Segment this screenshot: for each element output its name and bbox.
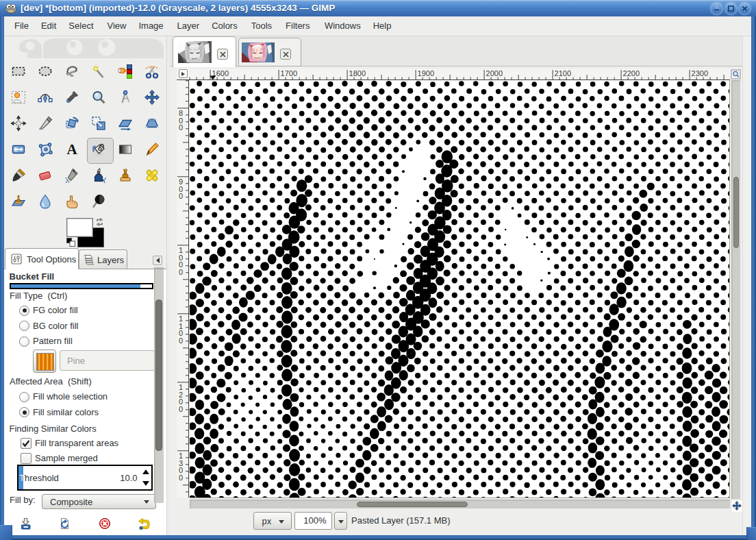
- menu-select[interactable]: Select: [62, 16, 99, 36]
- tab-layers[interactable]: Layers: [79, 249, 127, 269]
- tool-options-scrollbar-thumb[interactable]: [155, 299, 162, 451]
- tool-rectangle-select[interactable]: [8, 61, 29, 82]
- tool-shear[interactable]: [115, 113, 136, 134]
- tool-cage-transform[interactable]: [35, 139, 55, 160]
- delete-options-button[interactable]: [99, 517, 111, 530]
- tool-perspective[interactable]: [142, 113, 162, 134]
- tool-text[interactable]: A: [62, 139, 82, 160]
- radio-label-pattern-fill: Pattern fill: [33, 336, 73, 346]
- tool-pencil[interactable]: [142, 139, 162, 160]
- tool-airbrush[interactable]: [62, 165, 82, 186]
- radio-bg-color-fill[interactable]: [19, 321, 29, 331]
- unit-combo[interactable]: px: [253, 512, 292, 530]
- svg-text:0: 0: [179, 192, 183, 200]
- swap-colors-icon[interactable]: [95, 218, 104, 226]
- tool-paths[interactable]: [35, 87, 55, 108]
- tool-zoom[interactable]: [88, 87, 109, 108]
- title-bar[interactable]: [dev] *[bottom] (imported)-12.0 (Graysca…: [0, 0, 756, 16]
- save-options-button[interactable]: [20, 517, 32, 530]
- tool-ellipse-select[interactable]: [35, 61, 55, 82]
- tool-scale[interactable]: [88, 113, 109, 134]
- menu-view[interactable]: View: [101, 16, 133, 36]
- checkbox-label-sample-merged: Sample merged: [35, 453, 98, 463]
- checkbox-fill-transparent-areas[interactable]: [21, 438, 32, 449]
- vertical-scrollbar[interactable]: [731, 80, 740, 499]
- image-canvas[interactable]: [190, 80, 730, 498]
- zoom-combo-button[interactable]: [334, 512, 348, 530]
- menu-image[interactable]: Image: [132, 16, 169, 36]
- svg-text:1800: 1800: [349, 69, 366, 77]
- checkbox-sample-merged[interactable]: [21, 453, 32, 464]
- tool-perspective-clone[interactable]: [8, 191, 29, 212]
- radio-pattern-fill[interactable]: [19, 336, 29, 347]
- tool-bucket-fill[interactable]: [88, 139, 109, 160]
- horizontal-ruler[interactable]: 16001700180019002000210022002300: [189, 69, 730, 80]
- maximize-button[interactable]: [726, 3, 736, 14]
- menu-colors[interactable]: Colors: [205, 16, 244, 36]
- image-tab-2-close-button[interactable]: [280, 49, 291, 60]
- window-resize-grip-right[interactable]: [746, 527, 756, 540]
- image-tab-2[interactable]: [238, 38, 301, 66]
- vertical-ruler[interactable]: 8009001000110012001300: [177, 80, 189, 498]
- menu-filters[interactable]: Filters: [279, 16, 316, 36]
- tool-clone[interactable]: [115, 165, 136, 186]
- tool-gradient[interactable]: [115, 139, 136, 160]
- close-button[interactable]: [740, 3, 750, 14]
- tool-smudge[interactable]: [62, 191, 82, 212]
- vertical-scrollbar-thumb[interactable]: [733, 177, 739, 248]
- radio-fill-similar-colors[interactable]: [19, 407, 29, 417]
- menu-help[interactable]: Help: [367, 16, 398, 36]
- zoom-follow-window-button[interactable]: [731, 69, 741, 79]
- minimize-button[interactable]: [711, 3, 722, 14]
- tab-tool-options[interactable]: Tool Options: [5, 248, 79, 269]
- fill-by-value: Composite: [50, 497, 92, 507]
- zoom-entry[interactable]: 100%: [294, 512, 332, 530]
- threshold-spinscale[interactable]: Threshold Threshold 10.0: [17, 465, 153, 491]
- reset-colors-icon[interactable]: [66, 238, 75, 247]
- menu-windows[interactable]: Windows: [318, 16, 367, 36]
- menu-layer[interactable]: Layer: [171, 16, 206, 36]
- tool-scissors-select[interactable]: [142, 61, 162, 82]
- tool-fuzzy-select[interactable]: [88, 61, 109, 82]
- pattern-swatch-button[interactable]: [33, 349, 56, 373]
- tool-rotate[interactable]: [62, 113, 82, 134]
- tool-move[interactable]: [142, 87, 162, 108]
- opacity-slider[interactable]: [10, 283, 153, 290]
- tool-ink[interactable]: [88, 165, 109, 186]
- tool-eraser[interactable]: [35, 165, 55, 186]
- threshold-spin-up[interactable]: [142, 469, 149, 474]
- tool-select-by-color[interactable]: [115, 61, 136, 82]
- fill-type-label: Fill Type (Ctrl): [10, 291, 67, 301]
- menu-edit[interactable]: Edit: [35, 16, 62, 36]
- tool-foreground-select[interactable]: [8, 87, 29, 108]
- window-resize-grip-left[interactable]: [0, 525, 12, 540]
- radio-fg-color-fill[interactable]: [19, 306, 29, 316]
- fill-by-combo[interactable]: Composite: [42, 494, 156, 510]
- tool-blur-sharpen[interactable]: [35, 191, 55, 212]
- foreground-color-swatch[interactable]: [66, 218, 93, 237]
- tool-crop[interactable]: [35, 113, 55, 134]
- reset-options-button[interactable]: [138, 517, 150, 530]
- menu-tools[interactable]: Tools: [245, 16, 278, 36]
- tool-free-select[interactable]: [62, 61, 82, 82]
- tool-paintbrush[interactable]: [8, 165, 29, 186]
- threshold-spin-down[interactable]: [142, 481, 149, 486]
- restore-options-button[interactable]: [59, 517, 71, 530]
- tool-flip[interactable]: [8, 139, 29, 160]
- radio-fill-whole-selection[interactable]: [19, 392, 29, 402]
- flip-icon: [10, 141, 27, 158]
- canvas-menu-button[interactable]: [179, 69, 188, 78]
- pattern-entry[interactable]: Pine: [60, 350, 155, 371]
- tool-heal[interactable]: [142, 165, 162, 186]
- svg-text:2100: 2100: [555, 69, 571, 77]
- tool-measure[interactable]: [115, 87, 136, 108]
- menu-file[interactable]: File: [8, 16, 35, 36]
- tool-alignment[interactable]: [8, 113, 29, 134]
- tool-dodge-burn[interactable]: [88, 191, 109, 212]
- image-tab-1-close-button[interactable]: [217, 49, 228, 60]
- horizontal-scrollbar-thumb[interactable]: [357, 502, 468, 507]
- image-tab-1[interactable]: [173, 36, 236, 67]
- collapse-dock-button[interactable]: [153, 256, 162, 265]
- tool-color-picker[interactable]: [62, 87, 82, 108]
- halftone-image: [190, 80, 729, 498]
